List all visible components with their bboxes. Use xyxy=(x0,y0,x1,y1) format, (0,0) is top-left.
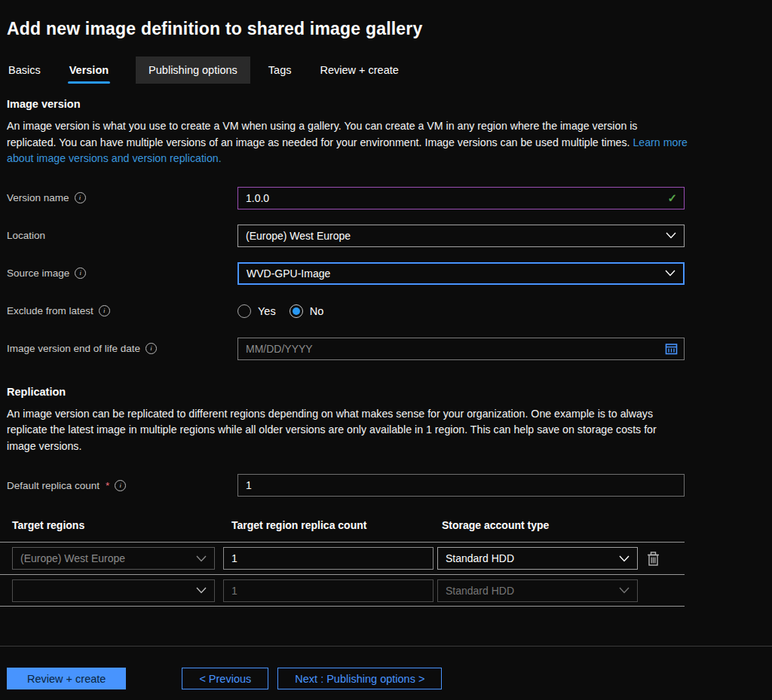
calendar-icon[interactable] xyxy=(665,342,678,355)
location-label: Location xyxy=(7,230,45,241)
table-row: (Europe) West Europe Standard HDD xyxy=(0,542,685,574)
info-icon[interactable]: i xyxy=(75,267,86,279)
version-name-control: ✓ xyxy=(237,187,685,209)
exclude-from-latest-row: Exclude from latest i Yes No xyxy=(7,300,772,322)
image-version-description: An image version is what you use to crea… xyxy=(7,118,688,167)
region-dropdown: (Europe) West Europe xyxy=(12,547,215,570)
source-image-value: WVD-GPU-Image xyxy=(247,267,330,280)
col-header-storage-type: Storage account type xyxy=(442,519,685,531)
tab-tags[interactable]: Tags xyxy=(267,57,293,84)
end-of-life-row: Image version end of life date i xyxy=(7,338,772,360)
col-header-target-regions: Target regions xyxy=(12,519,231,531)
location-value: (Europe) West Europe xyxy=(246,230,351,242)
default-replica-count-label: Default replica count xyxy=(7,480,100,491)
info-icon[interactable]: i xyxy=(146,343,157,354)
source-image-label: Source image xyxy=(7,267,69,279)
table-row: Standard HDD xyxy=(0,574,685,607)
source-image-control: WVD-GPU-Image xyxy=(237,262,685,285)
storage-type-dropdown: Standard HDD xyxy=(437,579,638,602)
source-image-row: Source image i WVD-GPU-Image xyxy=(7,262,772,285)
required-marker: * xyxy=(106,480,109,491)
end-of-life-date-input[interactable] xyxy=(237,338,685,360)
footer: Review + create < Previous Next : Publis… xyxy=(0,646,772,689)
tab-basics[interactable]: Basics xyxy=(7,57,42,84)
location-label-wrap: Location xyxy=(7,230,237,241)
info-icon[interactable]: i xyxy=(99,305,110,316)
default-replica-count-control xyxy=(237,474,685,497)
version-name-label-wrap: Version name i xyxy=(7,192,237,203)
delete-row-button[interactable] xyxy=(645,549,662,568)
page-title: Add new image definition to shared image… xyxy=(0,11,772,39)
location-dropdown[interactable]: (Europe) West Europe xyxy=(237,225,685,247)
image-version-description-text: An image version is what you use to crea… xyxy=(7,120,637,148)
radio-no-label: No xyxy=(310,305,324,317)
default-replica-count-input[interactable] xyxy=(237,474,685,497)
replication-heading: Replication xyxy=(7,386,772,398)
target-regions-table: Target regions Target region replica cou… xyxy=(0,519,685,607)
valid-check-icon: ✓ xyxy=(667,191,677,205)
default-replica-count-row: Default replica count * i xyxy=(7,474,772,497)
tab-publishing-options[interactable]: Publishing options xyxy=(136,57,250,84)
image-version-heading: Image version xyxy=(7,98,772,110)
chevron-down-icon xyxy=(665,270,676,277)
next-button[interactable]: Next : Publishing options > xyxy=(277,668,442,689)
location-control: (Europe) West Europe xyxy=(237,225,685,247)
chevron-down-icon xyxy=(666,232,676,239)
footer-buttons: Review + create < Previous Next : Publis… xyxy=(7,668,772,689)
end-of-life-label: Image version end of life date xyxy=(7,343,140,354)
replication-description: An image version can be replicated to di… xyxy=(7,406,688,455)
location-row: Location (Europe) West Europe xyxy=(7,225,772,247)
chevron-down-icon xyxy=(619,555,630,562)
tab-review-create[interactable]: Review + create xyxy=(318,57,400,84)
version-name-row: Version name i ✓ xyxy=(7,187,772,209)
tab-bar: Basics Version Publishing options Tags R… xyxy=(7,57,772,84)
exclude-from-latest-label: Exclude from latest xyxy=(7,305,93,316)
version-name-input[interactable] xyxy=(237,187,685,209)
region-value: (Europe) West Europe xyxy=(20,552,125,564)
radio-selected-dot xyxy=(293,307,300,315)
chevron-down-icon xyxy=(196,555,207,562)
radio-yes[interactable]: Yes xyxy=(237,304,276,318)
default-replica-count-label-wrap: Default replica count * i xyxy=(7,480,237,491)
chevron-down-icon xyxy=(196,587,207,594)
region-dropdown[interactable] xyxy=(12,579,215,602)
radio-no[interactable]: No xyxy=(290,304,324,318)
storage-type-dropdown[interactable]: Standard HDD xyxy=(437,547,638,570)
replica-count-input[interactable] xyxy=(223,547,433,570)
end-of-life-label-wrap: Image version end of life date i xyxy=(7,343,237,354)
end-of-life-control xyxy=(237,338,685,360)
storage-type-value: Standard HDD xyxy=(446,552,514,564)
review-create-button[interactable]: Review + create xyxy=(7,668,126,689)
chevron-down-icon xyxy=(619,587,630,594)
footer-divider xyxy=(0,646,772,647)
image-version-form: Version name i ✓ Location (Europe) West … xyxy=(0,187,772,360)
info-icon[interactable]: i xyxy=(75,192,86,203)
source-image-label-wrap: Source image i xyxy=(7,267,237,279)
info-icon[interactable]: i xyxy=(115,480,126,491)
radio-no-circle xyxy=(290,304,303,318)
previous-button[interactable]: < Previous xyxy=(182,668,268,689)
radio-yes-label: Yes xyxy=(258,305,276,317)
source-image-dropdown[interactable]: WVD-GPU-Image xyxy=(237,262,685,285)
radio-yes-circle xyxy=(237,304,251,318)
storage-type-value: Standard HDD xyxy=(446,585,514,597)
tab-version[interactable]: Version xyxy=(68,57,110,84)
col-header-replica-count: Target region replica count xyxy=(231,519,442,531)
target-regions-table-header: Target regions Target region replica cou… xyxy=(0,519,685,542)
exclude-from-latest-label-wrap: Exclude from latest i xyxy=(7,305,237,316)
exclude-from-latest-options: Yes No xyxy=(237,300,685,322)
replica-count-input xyxy=(223,579,433,602)
version-name-label: Version name xyxy=(7,192,69,203)
